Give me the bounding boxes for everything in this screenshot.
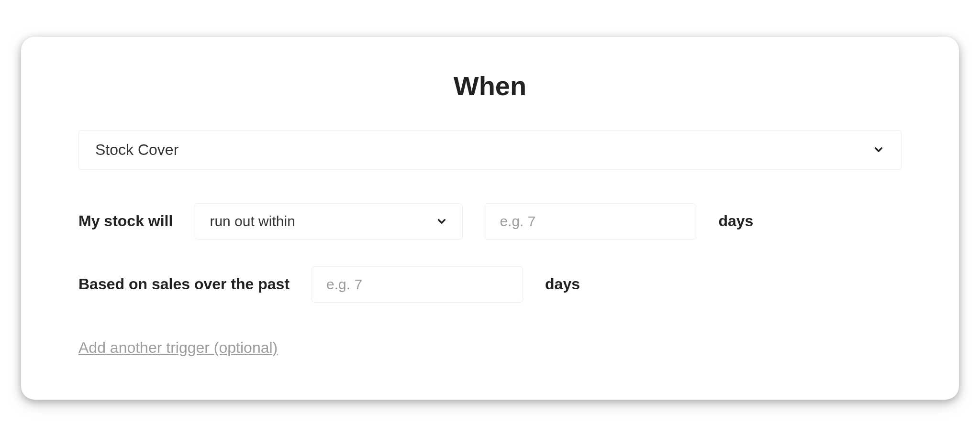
chevron-down-icon [872, 143, 885, 156]
section-title: When [78, 70, 902, 101]
days-unit-1: days [718, 212, 753, 230]
chevron-down-icon [435, 215, 448, 228]
condition-select[interactable]: run out within [195, 203, 463, 240]
days-unit-2: days [545, 275, 580, 293]
runout-days-input[interactable] [485, 203, 696, 240]
trigger-type-selected: Stock Cover [95, 141, 178, 159]
stock-condition-row: My stock will run out within days [78, 203, 902, 240]
sales-basis-row: Based on sales over the past days [78, 266, 902, 303]
stock-will-label: My stock will [78, 212, 173, 230]
sales-days-input[interactable] [312, 266, 523, 303]
condition-selected: run out within [210, 213, 295, 229]
add-trigger-link[interactable]: Add another trigger (optional) [78, 339, 278, 357]
trigger-type-select[interactable]: Stock Cover [78, 130, 902, 170]
based-on-label: Based on sales over the past [78, 275, 290, 293]
when-card: When Stock Cover My stock will run out w… [21, 37, 959, 400]
